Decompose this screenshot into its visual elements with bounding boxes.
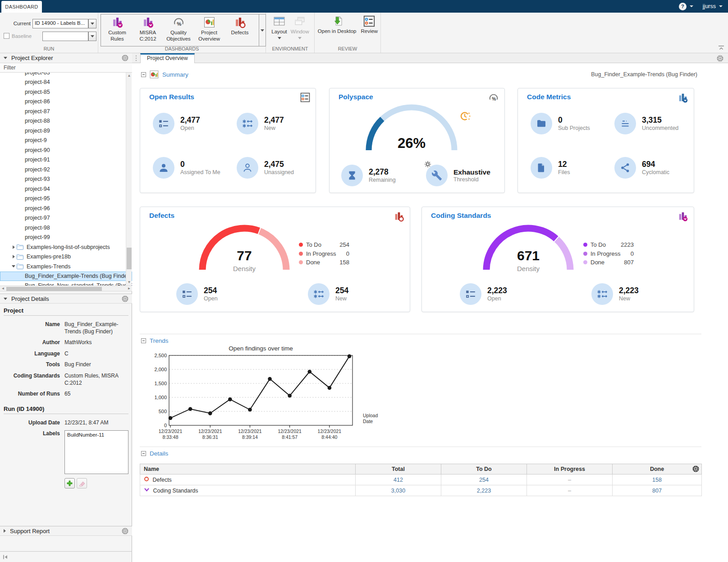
- toolstrip-button-review[interactable]: Review: [361, 14, 378, 35]
- collapse-summary-icon[interactable]: [141, 72, 146, 77]
- tree-item[interactable]: project-86: [0, 97, 132, 107]
- toolstrip-button-layout[interactable]: Layout: [271, 14, 287, 39]
- scroll-right-icon[interactable]: ►: [126, 286, 132, 291]
- stat-new[interactable]: 254 New: [308, 283, 348, 305]
- tree-item[interactable]: project-92: [0, 165, 132, 175]
- scrollbar-thumb[interactable]: [127, 248, 132, 269]
- tree-item[interactable]: project-94: [0, 184, 132, 194]
- panel-menu-icon[interactable]: [122, 295, 128, 302]
- current-run-combo-button[interactable]: [88, 19, 96, 28]
- remove-label-button[interactable]: [77, 478, 87, 488]
- caret-down-icon[interactable]: [11, 265, 16, 267]
- tree-item[interactable]: Examples-pre18b: [0, 252, 132, 262]
- row-value-cell[interactable]: –: [527, 474, 613, 485]
- tree-item[interactable]: project-88: [0, 116, 132, 126]
- stat-unassigned[interactable]: 2,475 Unassigned: [237, 157, 294, 179]
- tree-item[interactable]: project-99: [0, 233, 132, 243]
- row-value-cell[interactable]: 412: [356, 474, 441, 485]
- table-row[interactable]: Coding Standards3,0302,223–807: [140, 485, 702, 496]
- tree-horizontal-scrollbar[interactable]: ◄ ►: [0, 286, 132, 291]
- tab-bar-menu-icon[interactable]: [717, 55, 723, 62]
- toolstrip-button-open-in-desktop[interactable]: Open in Desktop: [318, 14, 357, 35]
- tree-item[interactable]: Bug_Finder_New_standard_Trends (Bug Fi: [0, 281, 132, 286]
- row-value-cell[interactable]: –: [527, 485, 613, 496]
- row-name-cell[interactable]: Coding Standards: [140, 485, 356, 496]
- add-label-button[interactable]: [64, 478, 75, 488]
- row-value-cell[interactable]: 254: [441, 474, 527, 485]
- scroll-up-icon[interactable]: ▲: [126, 73, 132, 78]
- stat-threshold[interactable]: Exhaustive Threshold: [426, 165, 490, 186]
- row-value-cell[interactable]: 807: [613, 485, 702, 496]
- collapse-sidebar-icon[interactable]: [3, 555, 8, 559]
- column-header-total[interactable]: Total: [356, 464, 441, 474]
- row-value-cell[interactable]: 158: [613, 474, 702, 485]
- baseline-checkbox[interactable]: [4, 33, 9, 39]
- tree-item[interactable]: Examples-long-list-of-subprojects: [0, 242, 132, 252]
- tree-item[interactable]: project-90: [0, 145, 132, 155]
- tree-item[interactable]: project-89: [0, 126, 132, 136]
- toolstrip-button-custom-rules[interactable]: Custom Rules: [102, 15, 133, 46]
- column-header-name[interactable]: Name: [140, 464, 356, 474]
- baseline-combo[interactable]: [42, 32, 88, 41]
- drag-grip-icon[interactable]: [135, 55, 137, 61]
- stat-cyclomatic[interactable]: 694 Cyclomatic: [614, 157, 669, 179]
- panel-menu-icon[interactable]: [122, 55, 128, 61]
- caret-right-icon[interactable]: [11, 255, 16, 258]
- row-value-cell[interactable]: 2,223: [441, 485, 527, 496]
- filter-input[interactable]: Filter: [0, 63, 132, 73]
- tree-item[interactable]: project-96: [0, 203, 132, 213]
- stat-files[interactable]: 12 Files: [531, 157, 570, 179]
- column-header-to-do[interactable]: To Do: [441, 464, 527, 474]
- tree-item[interactable]: project-85: [0, 87, 132, 97]
- stat-remaining[interactable]: 2,278 Remaining: [341, 165, 396, 186]
- user-menu[interactable]: jjurss: [703, 3, 716, 9]
- toolstrip-button-defects[interactable]: Defects: [224, 15, 255, 46]
- toolstrip-button-quality-objectives[interactable]: %Quality Objectives: [163, 15, 194, 46]
- tree-item[interactable]: Examples-Trends: [0, 262, 132, 272]
- tab-dashboard[interactable]: DASHBOARD: [1, 1, 42, 13]
- stat-open[interactable]: 2,477 Open: [153, 113, 200, 134]
- scrollbar-thumb[interactable]: [6, 287, 102, 291]
- tree-item[interactable]: project-87: [0, 106, 132, 116]
- tree-item[interactable]: project-91: [0, 155, 132, 165]
- baseline-combo-button[interactable]: [88, 32, 96, 41]
- tree-item[interactable]: project-98: [0, 223, 132, 233]
- stat-open[interactable]: 2,223 Open: [460, 283, 507, 305]
- tree-item[interactable]: project-83: [0, 73, 132, 78]
- project-details-header[interactable]: Project Details: [0, 294, 132, 304]
- stat-assigned-to-me[interactable]: 0 Assigned To Me: [153, 157, 220, 179]
- toolstrip-button-misra-c2012[interactable]: MISRA C:2012: [133, 15, 163, 46]
- stat-new[interactable]: 2,223 New: [591, 283, 639, 305]
- dashboards-overflow-button[interactable]: [259, 14, 266, 46]
- scroll-down-icon[interactable]: ▼: [126, 280, 132, 285]
- stat-uncommented[interactable]: 3,315 Uncommented: [614, 113, 678, 134]
- stat-sub-projects[interactable]: 0 Sub Projects: [531, 113, 590, 134]
- table-settings-icon[interactable]: [692, 465, 699, 472]
- current-run-combo[interactable]: ID 14900 - Labels B...: [32, 19, 88, 28]
- row-value-cell[interactable]: 3,030: [356, 485, 441, 496]
- collapse-details-icon[interactable]: [141, 451, 146, 456]
- tree-item[interactable]: project-97: [0, 213, 132, 223]
- user-caret-icon[interactable]: [719, 5, 723, 7]
- tree-item[interactable]: Bug_Finder_Example-Trends (Bug Finder): [0, 272, 132, 281]
- help-icon[interactable]: ?: [679, 3, 687, 10]
- toolstrip-button-project-overview[interactable]: Project Overview: [194, 15, 224, 46]
- project-explorer-header[interactable]: Project Explorer: [0, 53, 132, 63]
- collapse-toolstrip-icon[interactable]: [718, 46, 724, 50]
- tree-item[interactable]: project-95: [0, 194, 132, 204]
- tree-item[interactable]: project-9: [0, 136, 132, 146]
- panel-menu-icon[interactable]: [122, 528, 128, 534]
- tree-item[interactable]: project-93: [0, 175, 132, 184]
- stat-new[interactable]: 2,477 New: [237, 113, 284, 134]
- collapse-trends-icon[interactable]: [141, 338, 146, 343]
- tab-project-overview[interactable]: Project Overview: [140, 53, 195, 63]
- stat-open[interactable]: 254 Open: [176, 283, 218, 305]
- scroll-left-icon[interactable]: ◄: [0, 286, 6, 291]
- table-row[interactable]: Defects412254–158: [140, 474, 702, 485]
- caret-right-icon[interactable]: [11, 245, 16, 249]
- help-caret-icon[interactable]: [690, 5, 693, 7]
- row-name-cell[interactable]: Defects: [140, 474, 356, 485]
- tree-vertical-scrollbar[interactable]: ▲ ▼: [126, 73, 132, 286]
- support-report-header[interactable]: Support Report: [0, 526, 132, 536]
- column-header-in-progress[interactable]: In Progress: [527, 464, 613, 474]
